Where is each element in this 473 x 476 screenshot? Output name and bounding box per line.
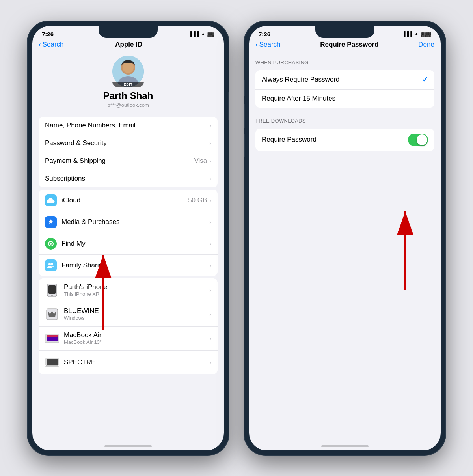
profile-name: Parth Shah (103, 90, 153, 101)
spectre-svg (45, 358, 59, 367)
chevron-icon: › (209, 335, 211, 342)
left-phone-screen: 7:26 ▐▐▐ ▲ ▓▓ ‹ Search Apple ID (32, 26, 224, 450)
require-password-title: Require Password (320, 41, 378, 49)
settings-item-password-security[interactable]: Password & Security › (39, 134, 218, 152)
media-purchases-label: Media & Purchases (61, 218, 209, 226)
battery-icon-right: ▓▓▓ (421, 31, 431, 37)
bluewine-name: BLUEWINE (64, 307, 209, 315)
done-button[interactable]: Done (418, 41, 434, 49)
findmy-icon (45, 238, 57, 250)
back-button-right[interactable]: ‹ Search (255, 41, 281, 49)
back-button[interactable]: ‹ Search (39, 41, 64, 49)
svg-point-7 (51, 263, 53, 265)
name-phone-label: Name, Phone Numbers, Email (45, 121, 209, 129)
settings-item-media-purchases[interactable]: Media & Purchases › (39, 211, 218, 233)
settings-item-payment-shipping[interactable]: Payment & Shipping Visa › (39, 152, 218, 170)
right-phone-screen: 7:26 ▐▐▐ ▲ ▓▓▓ ‹ Search Require Password… (249, 26, 441, 450)
status-icons: ▐▐▐ ▲ ▓▓ (189, 31, 214, 37)
svg-rect-9 (48, 285, 56, 294)
notch (99, 26, 158, 38)
payment-shipping-label: Payment & Shipping (45, 157, 194, 165)
icloud-value: 50 GB (188, 196, 207, 204)
volume-up-right (244, 104, 245, 128)
volume-up-button (28, 104, 28, 128)
require-password-toggle[interactable] (408, 134, 428, 146)
settings-item-bluewine[interactable]: BLUEWINE Windows › (39, 302, 218, 327)
family-icon (45, 259, 57, 271)
status-icons-right: ▐▐▐ ▲ ▓▓▓ (402, 31, 431, 37)
svg-point-3 (123, 62, 134, 73)
when-purchasing-header: WHEN PURCHASING (249, 52, 441, 68)
bluewine-device-icon (45, 307, 59, 321)
signal-icon: ▐▐▐ (189, 31, 199, 37)
svg-rect-16 (45, 342, 59, 343)
bluewine-info: BLUEWINE Windows (64, 307, 209, 321)
iphone-info: Parth's iPhone This iPhone XR (64, 283, 209, 297)
profile-section: EDIT Parth Shah p***@outlook.com (32, 52, 224, 114)
profile-email: p***@outlook.com (107, 102, 149, 108)
always-require-item[interactable]: Always Require Password ✓ (255, 70, 434, 90)
always-require-label: Always Require Password (262, 76, 339, 84)
page-title: Apple ID (115, 41, 142, 49)
volume-down-button (28, 134, 28, 157)
chevron-icon: › (209, 241, 211, 247)
findmy-svg (48, 241, 54, 247)
settings-item-macbook[interactable]: MacBook Air MacBook Air 13" › (39, 327, 218, 351)
chevron-icon: › (209, 158, 211, 164)
svg-point-6 (48, 263, 51, 265)
chevron-icon: › (209, 262, 211, 269)
require-15min-item[interactable]: Require After 15 Minutes (255, 90, 434, 108)
wifi-icon: ▲ (201, 31, 206, 37)
macbook-device-icon (45, 331, 59, 345)
wifi-icon-right: ▲ (414, 31, 419, 37)
chevron-icon: › (209, 197, 211, 203)
settings-item-name-phone[interactable]: Name, Phone Numbers, Email › (39, 117, 218, 134)
subscriptions-label: Subscriptions (45, 175, 209, 183)
svg-rect-19 (45, 366, 59, 367)
password-security-label: Password & Security (45, 139, 209, 147)
payment-value: Visa (194, 157, 207, 165)
power-button-right (445, 92, 445, 120)
power-button (228, 92, 229, 120)
home-indicator-right (321, 445, 369, 447)
chevron-icon: › (209, 359, 211, 366)
free-require-label: Require Password (262, 136, 317, 144)
when-purchasing-group: Always Require Password ✓ Require After … (255, 70, 434, 108)
right-arrow-annotation (385, 203, 425, 294)
macbook-name: MacBook Air (64, 331, 209, 339)
settings-item-subscriptions[interactable]: Subscriptions › (39, 170, 218, 187)
spectre-name: SPECTRE (64, 358, 209, 366)
time-display: 7:26 (42, 31, 54, 37)
appstore-icon (45, 216, 57, 228)
back-chevron-right-icon: ‹ (255, 41, 258, 49)
avatar-container[interactable]: EDIT (112, 56, 144, 87)
chevron-icon: › (209, 311, 211, 317)
settings-item-find-my[interactable]: Find My › (39, 233, 218, 255)
appstore-svg (47, 218, 54, 226)
family-svg (47, 262, 55, 269)
chevron-icon: › (209, 140, 211, 146)
chevron-icon: › (209, 219, 211, 225)
free-require-password-item[interactable]: Require Password (255, 129, 434, 151)
time-display-right: 7:26 (259, 31, 270, 37)
family-sharing-label: Family Sharing (61, 261, 209, 269)
home-indicator (104, 445, 152, 447)
iphone-sub: This iPhone XR (64, 291, 209, 297)
settings-item-icloud[interactable]: iCloud 50 GB › (39, 190, 218, 211)
settings-item-family-sharing[interactable]: Family Sharing › (39, 255, 218, 276)
bluewine-sub: Windows (64, 315, 209, 321)
svg-rect-15 (47, 335, 58, 337)
settings-item-spectre[interactable]: SPECTRE › (39, 351, 218, 374)
settings-item-iphone[interactable]: Parth's iPhone This iPhone XR › (39, 278, 218, 302)
toggle-knob (417, 134, 427, 145)
free-downloads-header: FREE DOWNLOADS (249, 110, 441, 126)
nav-bar-right: ‹ Search Require Password Done (249, 39, 441, 52)
edit-badge: EDIT (112, 82, 144, 87)
left-phone-frame: 7:26 ▐▐▐ ▲ ▓▓ ‹ Search Apple ID (28, 21, 229, 455)
checkmark-icon: ✓ (422, 75, 428, 84)
svg-rect-18 (47, 359, 58, 365)
back-label-right: Search (259, 41, 281, 49)
back-label: Search (43, 41, 64, 49)
iphone-device-icon (45, 283, 59, 297)
iphone-name: Parth's iPhone (64, 283, 209, 291)
